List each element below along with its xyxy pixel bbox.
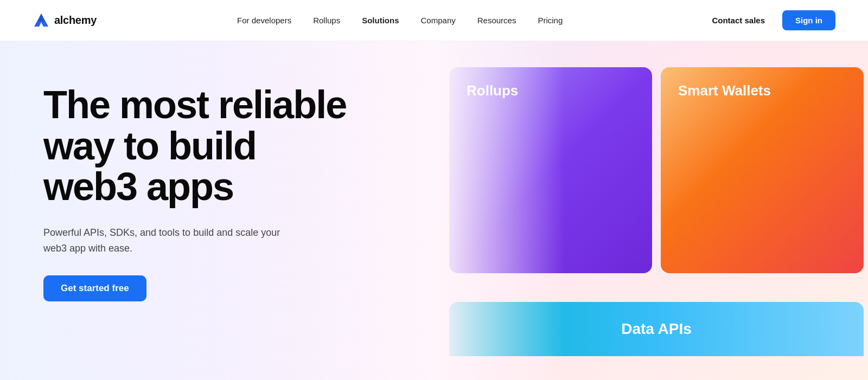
hero-subtitle: Powerful APIs, SDKs, and tools to build … <box>43 225 304 256</box>
logo-text: alchemy <box>54 14 97 27</box>
hero-section: The most reliable way to build web3 apps… <box>0 41 868 380</box>
alchemy-logo-icon <box>33 12 50 29</box>
card-data-apis-label: Data APIs <box>621 320 692 338</box>
nav-for-developers[interactable]: For developers <box>228 11 300 29</box>
logo-link[interactable]: alchemy <box>33 12 97 29</box>
card-data-apis[interactable]: Data APIs <box>449 302 864 356</box>
hero-content: The most reliable way to build web3 apps… <box>0 41 391 334</box>
nav-menu: For developers Rollups Solutions Company… <box>228 11 571 29</box>
hero-cards-grid: Rollups Smart Wallets Data APIs <box>445 41 868 380</box>
nav-rollups[interactable]: Rollups <box>304 11 349 29</box>
hero-title: The most reliable way to build web3 apps <box>43 85 358 208</box>
card-rollups-label: Rollups <box>467 82 635 99</box>
hero-cta-button[interactable]: Get started free <box>43 275 146 301</box>
card-smart-wallets[interactable]: Smart Wallets <box>661 67 864 273</box>
card-rollups[interactable]: Rollups <box>449 67 652 273</box>
nav-solutions[interactable]: Solutions <box>353 11 407 29</box>
contact-sales-link[interactable]: Contact sales <box>703 11 774 29</box>
nav-pricing[interactable]: Pricing <box>529 11 571 29</box>
sign-in-button[interactable]: Sign in <box>782 10 835 30</box>
nav-company[interactable]: Company <box>412 11 464 29</box>
navbar: alchemy For developers Rollups Solutions… <box>0 0 868 41</box>
navbar-actions: Contact sales Sign in <box>703 10 835 30</box>
card-smart-wallets-label: Smart Wallets <box>678 82 846 99</box>
nav-resources[interactable]: Resources <box>469 11 525 29</box>
